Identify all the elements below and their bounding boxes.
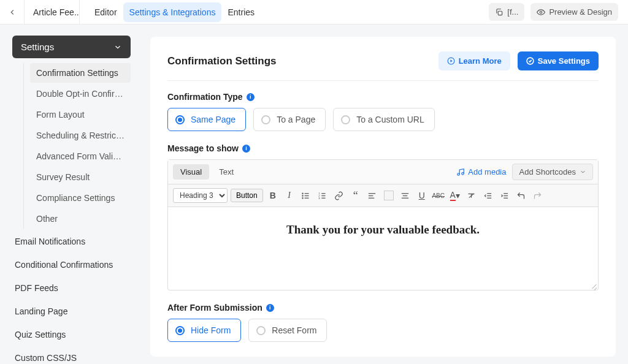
preview-design-button[interactable]: Preview & Design: [530, 3, 618, 21]
link-icon[interactable]: [332, 189, 346, 202]
save-settings-button[interactable]: Save Settings: [518, 51, 599, 70]
radio-reset-form[interactable]: Reset Form: [248, 319, 327, 342]
info-icon[interactable]: i: [266, 304, 274, 312]
play-circle-icon: [447, 57, 455, 65]
undo-icon[interactable]: [515, 189, 528, 202]
redo-icon[interactable]: [531, 189, 545, 202]
shortcode-label: [f...: [507, 7, 518, 17]
add-shortcodes-label: Add Shortcodes: [519, 167, 576, 176]
svg-point-6: [462, 172, 464, 175]
sidebar-header-label: Settings: [21, 42, 54, 52]
sidebar-item-validation[interactable]: Advanced Form Validati...: [30, 146, 131, 166]
clear-format-icon[interactable]: [465, 189, 478, 202]
strikethrough-icon[interactable]: ABC: [432, 189, 445, 202]
sidebar-header-settings[interactable]: Settings: [12, 36, 131, 58]
bold-icon[interactable]: B: [266, 189, 280, 202]
radio-label: Reset Form: [272, 325, 316, 335]
after-submission-group: Hide Form Reset Form: [167, 319, 599, 342]
eye-icon: [537, 8, 545, 17]
message-to-show-label: Message to show i: [167, 143, 599, 153]
radio-hide-form[interactable]: Hide Form: [167, 319, 241, 342]
svg-text:3: 3: [318, 196, 320, 199]
sidebar-item-custom-css-js[interactable]: Custom CSS/JS: [12, 346, 131, 364]
insert-button[interactable]: Button: [231, 189, 263, 202]
sidebar-subitems: Confirmation Settings Double Opt-in Conf…: [23, 63, 131, 229]
radio-custom-url[interactable]: To a Custom URL: [333, 108, 434, 131]
panel-header: Confirmation Settings Learn More Save Se…: [167, 51, 599, 81]
message-content: Thank you for your valuable feedback.: [180, 223, 586, 237]
panel-title: Confirmation Settings: [167, 55, 277, 67]
sidebar-item-other[interactable]: Other: [30, 209, 131, 229]
radio-label: Hide Form: [191, 325, 231, 335]
shortcode-button[interactable]: [f...: [489, 3, 524, 21]
resize-handle[interactable]: [589, 281, 597, 289]
sidebar-item-form-layout[interactable]: Form Layout: [30, 105, 131, 124]
text-color-icon[interactable]: [382, 189, 396, 202]
after-submission-label: After Form Submission i: [167, 303, 599, 313]
radio-icon: [175, 115, 185, 124]
svg-point-1: [540, 11, 543, 13]
editor-tab-visual[interactable]: Visual: [173, 164, 209, 180]
topbar-right: [f... Preview & Design: [489, 3, 628, 21]
back-button[interactable]: [0, 0, 25, 25]
learn-more-button[interactable]: Learn More: [438, 51, 510, 70]
message-editor: Visual Text Add media Add Shortcodes: [167, 159, 599, 290]
blockquote-icon[interactable]: “: [349, 189, 362, 202]
align-left-icon[interactable]: [366, 189, 379, 202]
svg-marker-3: [450, 59, 452, 62]
sidebar-item-compliance[interactable]: Compliance Settings: [30, 188, 131, 208]
editor-tab-text[interactable]: Text: [212, 164, 241, 180]
top-tabs: Editor Settings & Integrations Entries: [88, 2, 261, 22]
italic-icon[interactable]: I: [283, 189, 296, 202]
svg-point-10: [302, 193, 303, 194]
info-icon[interactable]: i: [242, 145, 250, 153]
indent-icon[interactable]: [498, 189, 511, 202]
add-media-button[interactable]: Add media: [456, 167, 506, 176]
tab-editor[interactable]: Editor: [88, 2, 123, 22]
tab-entries[interactable]: Entries: [221, 2, 261, 22]
tab-settings-integrations[interactable]: Settings & Integrations: [123, 2, 222, 22]
media-icon: [456, 168, 465, 176]
radio-to-page[interactable]: To a Page: [253, 108, 326, 131]
content: Confirmation Settings Learn More Save Se…: [138, 25, 628, 364]
layout: Settings Confirmation Settings Double Op…: [0, 25, 628, 364]
radio-same-page[interactable]: Same Page: [167, 108, 246, 131]
sidebar-item-survey-result[interactable]: Survey Result: [30, 167, 131, 187]
preview-label: Preview & Design: [549, 7, 612, 17]
numbered-list-icon[interactable]: 123: [316, 189, 329, 202]
sidebar: Settings Confirmation Settings Double Op…: [0, 25, 138, 364]
add-shortcodes-button[interactable]: Add Shortcodes: [512, 164, 593, 180]
editor-tabs-row: Visual Text Add media Add Shortcodes: [168, 160, 598, 184]
svg-rect-0: [499, 11, 502, 15]
breadcrumb[interactable]: Article Fee...: [25, 0, 80, 25]
chevron-down-icon: [113, 43, 122, 51]
outdent-icon[interactable]: [481, 189, 495, 202]
editor-content[interactable]: Thank you for your valuable feedback.: [168, 207, 598, 290]
topbar: Article Fee... Editor Settings & Integra…: [0, 0, 628, 25]
panel-confirmation-settings: Confirmation Settings Learn More Save Se…: [150, 37, 616, 357]
svg-point-5: [458, 173, 460, 175]
svg-point-11: [302, 195, 303, 195]
copy-icon: [495, 8, 504, 17]
heading-select[interactable]: Heading 3: [173, 188, 228, 203]
chevron-down-icon: [580, 169, 586, 175]
confirmation-type-group: Same Page To a Page To a Custom URL: [167, 108, 599, 131]
underline-icon[interactable]: U: [415, 189, 429, 202]
sidebar-item-confirmation-settings[interactable]: Confirmation Settings: [30, 63, 131, 83]
svg-point-12: [302, 197, 303, 198]
sidebar-item-conditional-confirmations[interactable]: Conditional Confirmations: [12, 253, 131, 276]
sidebar-item-landing-page[interactable]: Landing Page: [12, 300, 131, 323]
sidebar-item-quiz-settings[interactable]: Quiz Settings: [12, 323, 131, 346]
radio-icon: [175, 326, 185, 335]
font-color-icon[interactable]: A▾: [448, 189, 462, 202]
align-center-icon[interactable]: [399, 189, 412, 202]
sidebar-item-scheduling[interactable]: Scheduling & Restrictions: [30, 126, 131, 145]
sidebar-item-pdf-feeds[interactable]: PDF Feeds: [12, 276, 131, 300]
radio-icon: [341, 115, 350, 124]
info-icon[interactable]: i: [247, 93, 255, 101]
sidebar-item-double-optin[interactable]: Double Opt-in Confirma...: [30, 84, 131, 104]
sidebar-item-email-notifications[interactable]: Email Notifications: [12, 230, 131, 253]
editor-toolbar: Heading 3 Button B I 123 “ U ABC A▾: [168, 184, 598, 207]
bullet-list-icon[interactable]: [299, 189, 313, 202]
radio-label: To a Custom URL: [356, 115, 424, 124]
